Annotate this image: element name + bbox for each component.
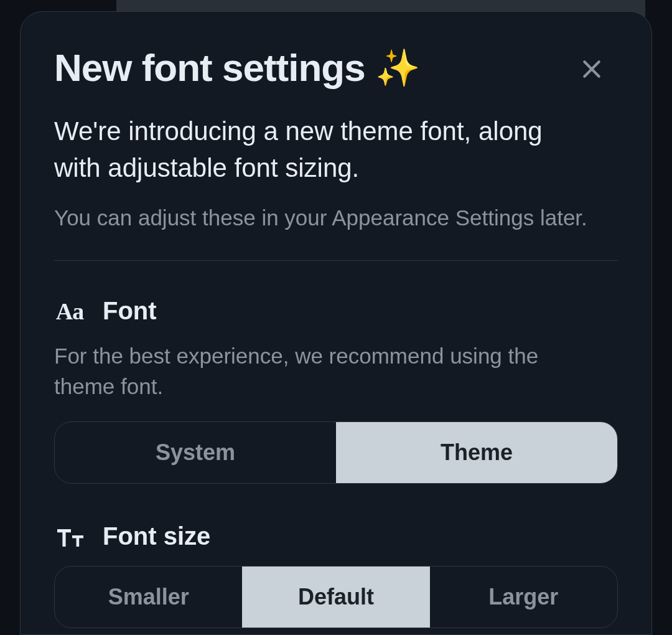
- font-section-title: Font: [103, 297, 157, 325]
- modal-subtitle: We're introducing a new theme font, alon…: [54, 113, 583, 187]
- font-section-description: For the best experience, we recommend us…: [54, 341, 602, 402]
- font-icon: Aa: [54, 296, 85, 327]
- size-section-title: Font size: [103, 522, 210, 550]
- text-size-icon: [55, 522, 85, 552]
- sparkles-icon: ✨: [375, 50, 420, 86]
- size-segmented-control: Smaller Default Larger: [54, 566, 618, 628]
- aa-icon: Aa: [56, 298, 83, 325]
- size-option-default[interactable]: Default: [242, 567, 429, 628]
- size-option-smaller[interactable]: Smaller: [55, 567, 242, 628]
- close-button[interactable]: [577, 54, 607, 84]
- divider: [54, 260, 618, 261]
- modal-title-row: New font settings ✨: [54, 45, 618, 90]
- font-segmented-control: System Theme: [54, 421, 618, 484]
- modal-title: New font settings: [54, 45, 365, 90]
- size-section-header: Font size: [54, 521, 618, 552]
- font-size-icon: [54, 521, 85, 552]
- font-option-system[interactable]: System: [55, 422, 336, 483]
- font-option-theme[interactable]: Theme: [336, 422, 617, 483]
- modal-note: You can adjust these in your Appearance …: [54, 205, 618, 230]
- close-icon: [579, 57, 604, 82]
- font-settings-modal: New font settings ✨ We're introducing a …: [20, 11, 652, 635]
- size-option-larger[interactable]: Larger: [430, 567, 617, 628]
- font-section-header: Aa Font: [54, 296, 618, 327]
